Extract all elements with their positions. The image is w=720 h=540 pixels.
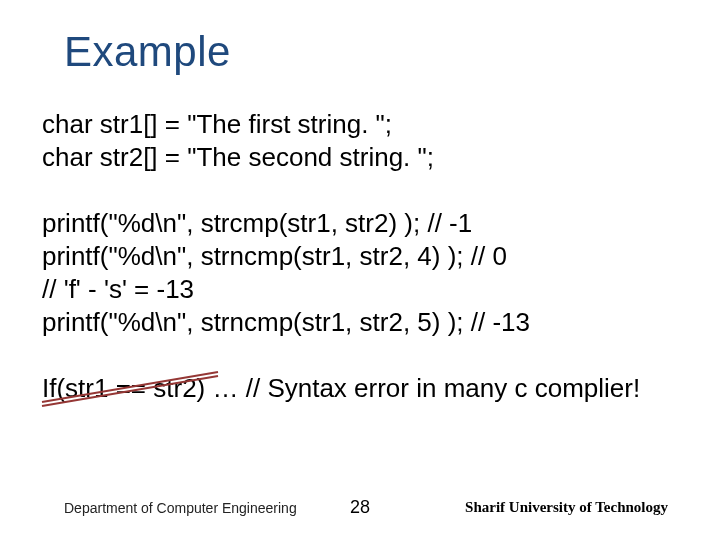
code-line-if: If(str1 == str2) … // Syntax error in ma… bbox=[42, 372, 690, 405]
slide: Example char str1[] = "The first string.… bbox=[0, 0, 720, 540]
footer-department: Department of Computer Engineering bbox=[64, 500, 297, 516]
blank-line bbox=[42, 175, 690, 207]
crossed-out-span: If(str1 == str2) bbox=[42, 372, 205, 405]
code-line-6: printf("%d\n", strncmp(str1, str2, 5) );… bbox=[42, 306, 690, 339]
slide-body: char str1[] = "The first string. "; char… bbox=[42, 108, 690, 405]
footer-university: Sharif University of Technology bbox=[465, 499, 668, 516]
footer: Department of Computer Engineering 28 Sh… bbox=[0, 497, 720, 518]
blank-line-2 bbox=[42, 340, 690, 372]
code-line-1: char str1[] = "The first string. "; bbox=[42, 108, 690, 141]
code-line-4: printf("%d\n", strncmp(str1, str2, 4) );… bbox=[42, 240, 690, 273]
footer-page-number: 28 bbox=[350, 497, 370, 518]
slide-title: Example bbox=[64, 28, 231, 76]
if-condition-text: If(str1 == str2) bbox=[42, 373, 205, 403]
code-line-3: printf("%d\n", strcmp(str1, str2) ); // … bbox=[42, 207, 690, 240]
code-line-2: char str2[] = "The second string. "; bbox=[42, 141, 690, 174]
code-line-5: // 'f' - 's' = -13 bbox=[42, 273, 690, 306]
if-rest-text: … // Syntax error in many c complier! bbox=[205, 373, 640, 403]
